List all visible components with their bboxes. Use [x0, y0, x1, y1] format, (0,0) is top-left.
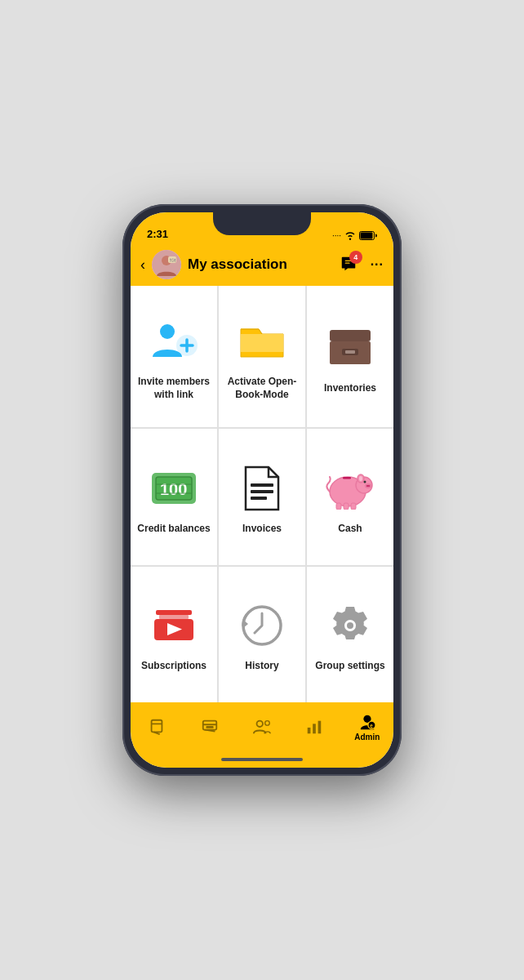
svg-text:🍽: 🍽 [170, 257, 175, 263]
svg-rect-13 [345, 350, 355, 354]
grid-item-invite-members[interactable]: Invite members with link [131, 286, 217, 427]
history-label: History [245, 660, 278, 673]
wifi-icon [344, 230, 356, 240]
status-time: 2:31 [147, 228, 168, 240]
admin-icon: e [357, 713, 377, 731]
svg-point-49 [257, 721, 263, 727]
archive-icon [324, 322, 376, 374]
home-bar [221, 758, 303, 761]
activate-open-book-label: Activate Open-Book-Mode [225, 376, 299, 401]
tray-icon [201, 718, 219, 736]
svg-marker-39 [243, 620, 248, 628]
svg-point-29 [364, 480, 366, 483]
svg-rect-21 [251, 497, 267, 500]
grid-item-inventories[interactable]: Inventories [307, 286, 393, 427]
chart-icon [305, 718, 323, 736]
notification-badge: 4 [349, 251, 362, 264]
cup-icon [148, 718, 166, 736]
group-settings-label: Group settings [315, 660, 384, 673]
notification-button[interactable]: 4 [336, 252, 361, 277]
admin-label: Admin [354, 733, 380, 742]
bottom-nav: e Admin [131, 702, 393, 751]
svg-point-25 [359, 476, 362, 481]
svg-rect-47 [206, 726, 213, 728]
grid-item-credit-balances[interactable]: 100 Credit balances [131, 429, 217, 564]
svg-point-27 [366, 485, 368, 487]
back-button[interactable]: ‹ [140, 256, 145, 274]
piggy-icon [324, 462, 376, 514]
cash-label: Cash [338, 523, 362, 536]
more-button[interactable]: ··· [371, 257, 384, 272]
svg-rect-10 [330, 330, 371, 341]
svg-point-28 [368, 485, 370, 487]
nav-item-drinks[interactable] [131, 718, 183, 736]
gear-icon [324, 599, 376, 652]
content-area: Invite members with link Activate Open-B… [131, 286, 393, 702]
credit-balances-label: Credit balances [137, 523, 210, 536]
home-indicator [131, 751, 393, 768]
svg-point-6 [160, 324, 175, 339]
svg-rect-31 [336, 503, 341, 510]
credit-icon: 100 [148, 462, 200, 514]
header: ‹ 🍽 My association 4 [131, 243, 393, 286]
folder-icon [236, 315, 288, 368]
nav-item-admin[interactable]: e Admin [341, 713, 393, 742]
phone-frame: 2:31 ···· [122, 204, 402, 776]
phone-screen: 2:31 ···· [131, 212, 393, 768]
grid-item-invoices[interactable]: Invoices [219, 429, 305, 564]
invoices-label: Invoices [242, 523, 282, 536]
svg-rect-42 [152, 720, 162, 733]
svg-rect-33 [351, 503, 356, 510]
svg-rect-19 [251, 483, 273, 487]
avatar: 🍽 [152, 250, 181, 279]
inventories-label: Inventories [324, 382, 376, 395]
nav-item-members[interactable] [236, 718, 288, 736]
history-icon [236, 599, 288, 652]
subscriptions-label: Subscriptions [141, 660, 206, 673]
svg-rect-35 [159, 615, 189, 619]
svg-rect-53 [318, 721, 322, 734]
grid-item-cash[interactable]: Cash [307, 429, 393, 564]
svg-point-41 [347, 622, 353, 629]
svg-rect-1 [361, 232, 373, 238]
status-icons: ···· [332, 230, 377, 240]
document-icon [236, 462, 288, 514]
battery-icon [359, 231, 377, 240]
svg-point-50 [265, 721, 270, 726]
svg-rect-45 [202, 721, 216, 730]
svg-rect-52 [313, 724, 317, 733]
svg-rect-20 [251, 490, 273, 493]
grid-item-activate-open-book[interactable]: Activate Open-Book-Mode [219, 286, 305, 427]
invite-members-label: Invite members with link [137, 376, 211, 401]
grid-item-history[interactable]: History [219, 567, 305, 702]
signal-icon: ···· [332, 231, 341, 240]
grid-item-group-settings[interactable]: Group settings [307, 567, 393, 702]
svg-text:e: e [370, 722, 373, 728]
people-icon [252, 718, 272, 736]
nav-item-food[interactable] [183, 718, 235, 736]
svg-text:100: 100 [160, 480, 187, 498]
svg-rect-34 [156, 610, 192, 615]
grid-item-subscriptions[interactable]: Subscriptions [131, 567, 217, 702]
header-actions: 4 ··· [336, 252, 384, 277]
page-title: My association [188, 256, 330, 273]
video-icon [148, 599, 200, 652]
nav-item-stats[interactable] [288, 718, 340, 736]
svg-rect-51 [308, 728, 311, 733]
add-person-icon [148, 315, 200, 368]
menu-grid: Invite members with link Activate Open-B… [131, 286, 393, 702]
svg-rect-32 [344, 503, 349, 510]
notch [213, 212, 311, 235]
svg-rect-30 [343, 477, 351, 479]
